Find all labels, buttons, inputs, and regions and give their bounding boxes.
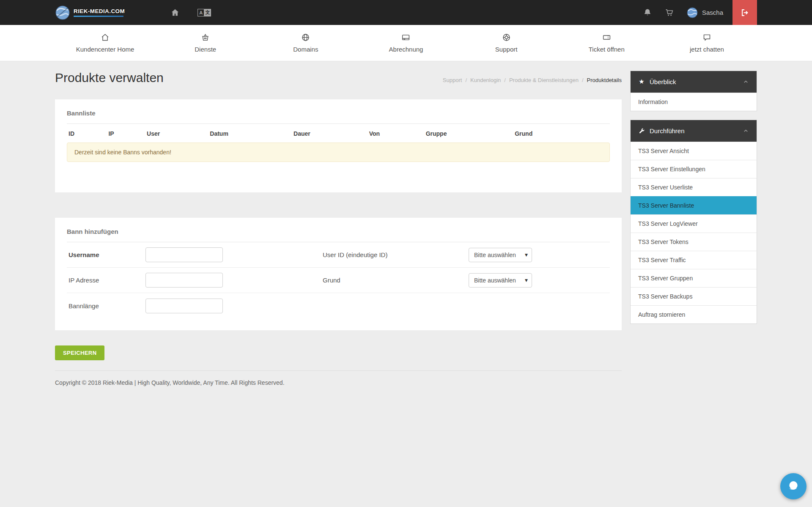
column-header-dauer: Dauer <box>294 130 369 137</box>
userid-select[interactable]: Bitte auswählen ▼ <box>469 248 532 262</box>
userid-select-value: Bitte auswählen <box>474 252 516 258</box>
breadcrumb-current: Produktdetails <box>587 77 622 83</box>
nav-label: Kundencenter Home <box>76 46 134 53</box>
form-row-bannlaenge: Bannlänge <box>67 293 610 318</box>
breadcrumb-produkte[interactable]: Produkte & Dienstleistungen <box>509 77 579 83</box>
empty-banlist-alert: Derzeit sind keine Banns vorhanden! <box>67 143 610 162</box>
ticket-icon <box>602 33 611 42</box>
form-row-ip: IP Adresse Grund Bitte auswählen ▼ <box>67 268 610 293</box>
topbar: RIEK-MEDIA.COM A 文 Sascha <box>0 0 812 25</box>
sidebar-item-ts3-traffic[interactable]: TS3 Server Traffic <box>631 251 757 269</box>
nav-support[interactable]: Support <box>456 25 557 61</box>
nav-domains[interactable]: Domains <box>255 25 356 61</box>
copyright-text: Copyright © 2018 Riek-Media | High Quali… <box>55 379 622 386</box>
sign-out-icon <box>740 8 749 17</box>
breadcrumb: SupportKundenloginProdukte & Dienstleist… <box>443 77 622 83</box>
language-a-label: A <box>198 9 204 16</box>
sidebar-item-ts3-logviewer[interactable]: TS3 Server LogViewer <box>631 214 757 233</box>
breadcrumb-separator <box>579 77 587 83</box>
userid-label: User ID (eindeutige ID) <box>323 251 469 258</box>
sidebar-item-ts3-tokens[interactable]: TS3 Server Tokens <box>631 233 757 251</box>
actions-title: Durchführen <box>650 127 685 134</box>
logo-text: RIEK-MEDIA.COM <box>74 8 125 14</box>
nav-dienste[interactable]: Dienste <box>155 25 255 61</box>
grund-select-value: Bitte auswählen <box>474 277 516 284</box>
column-header-grund: Grund <box>515 130 608 137</box>
company-logo[interactable]: RIEK-MEDIA.COM <box>55 5 125 20</box>
ip-label: IP Adresse <box>69 277 145 284</box>
chat-bubble-icon <box>702 33 711 42</box>
basket-icon <box>201 33 210 42</box>
page-title: Produkte verwalten <box>55 71 164 85</box>
add-ban-panel-title: Bann hinzufügen <box>67 228 610 242</box>
overview-title: Überblick <box>650 78 676 85</box>
column-header-datum: Datum <box>210 130 294 137</box>
nav-label: Dienste <box>195 46 216 53</box>
star-icon: ★ <box>638 79 645 85</box>
column-header-von: Von <box>369 130 426 137</box>
grund-select[interactable]: Bitte auswählen ▼ <box>469 273 532 288</box>
username-label: Username <box>69 251 145 258</box>
column-header-id: ID <box>69 130 108 137</box>
nav-abrechnung[interactable]: Abrechnung <box>356 25 456 61</box>
chevron-up-icon <box>743 128 749 134</box>
language-icon[interactable]: A 文 <box>198 9 211 16</box>
globe-logo-icon <box>55 5 70 20</box>
live-chat-button[interactable] <box>780 473 807 499</box>
save-button[interactable]: SPEICHERN <box>55 345 104 360</box>
breadcrumb-separator <box>462 77 470 83</box>
overview-box: ★ Überblick Information <box>630 71 757 111</box>
life-ring-icon <box>502 33 511 42</box>
footer-divider <box>55 370 622 371</box>
actions-box: Durchführen TS3 Server Ansicht TS3 Serve… <box>630 120 757 324</box>
main-navigation: Kundencenter Home Dienste Domains Abrech… <box>0 25 812 61</box>
nav-label: Ticket öffnen <box>589 46 625 53</box>
banlist-table-header: ID IP User Datum Dauer Von Gruppe Grund <box>67 124 610 143</box>
sidebar-item-information[interactable]: Information <box>631 93 757 111</box>
chat-balloon-icon <box>786 479 801 494</box>
chevron-up-icon <box>743 79 749 85</box>
language-cjk-label: 文 <box>204 9 211 16</box>
wrench-icon <box>638 128 645 134</box>
nav-kundencenter-home[interactable]: Kundencenter Home <box>55 25 155 61</box>
logo-tagline-bar <box>74 16 123 17</box>
home-icon[interactable] <box>170 8 180 17</box>
globe-icon <box>301 33 310 42</box>
home-outline-icon <box>101 33 110 42</box>
nav-label: Support <box>495 46 518 53</box>
chevron-down-icon: ▼ <box>525 278 528 282</box>
sidebar-item-ts3-ansicht[interactable]: TS3 Server Ansicht <box>631 142 757 160</box>
sidebar-item-ts3-backups[interactable]: TS3 Server Backups <box>631 287 757 305</box>
nav-jetzt-chatten[interactable]: jetzt chatten <box>657 25 757 61</box>
user-avatar[interactable] <box>687 7 698 18</box>
banlist-panel: Bannliste ID IP User Datum Dauer Von Gru… <box>55 99 622 192</box>
overview-header[interactable]: ★ Überblick <box>631 71 757 93</box>
breadcrumb-kundenlogin[interactable]: Kundenlogin <box>470 77 501 83</box>
grund-label: Grund <box>323 277 469 284</box>
sidebar-item-ts3-userliste[interactable]: TS3 Server Userliste <box>631 178 757 196</box>
nav-label: Domains <box>293 46 318 53</box>
form-row-username: Username User ID (eindeutige ID) Bitte a… <box>67 242 610 268</box>
banlist-panel-title: Bannliste <box>67 110 610 124</box>
sidebar-item-ts3-gruppen[interactable]: TS3 Server Gruppen <box>631 269 757 287</box>
cart-icon[interactable] <box>665 8 674 17</box>
ip-input[interactable] <box>145 273 223 288</box>
column-header-gruppe: Gruppe <box>426 130 515 137</box>
column-header-ip: IP <box>108 130 147 137</box>
nav-label: Abrechnung <box>389 46 423 53</box>
notifications-bell-icon[interactable] <box>643 8 652 17</box>
nav-ticket-oeffnen[interactable]: Ticket öffnen <box>557 25 657 61</box>
actions-header[interactable]: Durchführen <box>631 120 757 142</box>
breadcrumb-support[interactable]: Support <box>443 77 462 83</box>
username-input[interactable] <box>145 247 223 262</box>
add-ban-panel: Bann hinzufügen Username User ID (eindeu… <box>55 218 622 330</box>
sidebar-item-ts3-bannliste[interactable]: TS3 Server Bannliste <box>631 196 757 214</box>
sidebar-item-ts3-einstellungen[interactable]: TS3 Server Einstellungen <box>631 160 757 178</box>
logout-button[interactable] <box>732 0 757 25</box>
bannlaenge-input[interactable] <box>145 299 223 313</box>
column-header-user: User <box>147 130 210 137</box>
user-name[interactable]: Sascha <box>702 9 723 16</box>
nav-label: jetzt chatten <box>690 46 724 53</box>
sidebar-item-auftrag-stornieren[interactable]: Auftrag stornieren <box>631 305 757 323</box>
sidebar: ★ Überblick Information Durchführen <box>630 61 757 332</box>
